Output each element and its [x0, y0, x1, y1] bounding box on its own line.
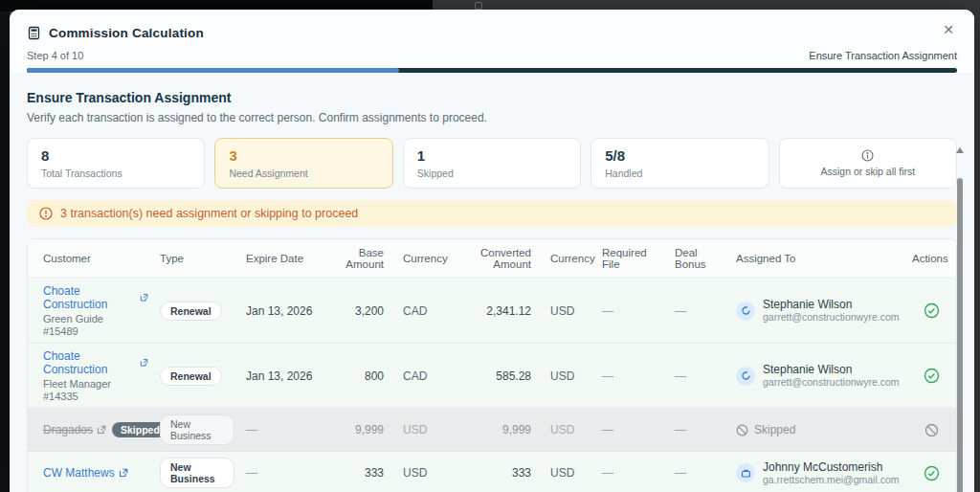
card-value: 8 [41, 147, 190, 165]
sync-icon [736, 367, 755, 386]
external-link-icon [97, 425, 106, 435]
converted-currency-cell: USD [545, 364, 596, 389]
check-circle-icon[interactable] [924, 465, 940, 481]
card-handled: 5/8 Handled [590, 138, 768, 189]
assigned-name: Stephanie Wilson [763, 298, 900, 311]
type-badge: Renewal [160, 302, 222, 321]
base-currency-cell: CAD [397, 299, 449, 324]
type-cell: Renewal [154, 296, 240, 326]
converted-currency-cell: USD [545, 460, 596, 485]
check-circle-icon[interactable] [924, 368, 940, 384]
transactions-table: Customer Type Expire Date Base Amount Cu… [27, 238, 957, 492]
expire-date-cell: Jan 13, 2026 [240, 364, 324, 389]
card-label: Skipped [417, 168, 567, 179]
col-type: Type [154, 245, 240, 272]
customer-link[interactable]: Dragados [43, 423, 106, 436]
base-amount-cell: 9,999 [324, 417, 397, 442]
card-total-transactions: 8 Total Transactions [27, 138, 205, 189]
converted-amount-cell: 333 [449, 460, 545, 485]
customer-id: #15489 [43, 325, 148, 337]
type-badge: Renewal [160, 367, 222, 386]
col-assigned-to: Assigned To [730, 245, 906, 272]
scroll-up-arrow-icon[interactable] [956, 147, 964, 153]
ban-icon[interactable] [924, 423, 939, 437]
customer-link[interactable]: Choate Construction [43, 284, 148, 311]
card-skipped: 1 Skipped [403, 138, 581, 189]
base-currency-cell: USD [397, 460, 449, 485]
customer-cell: Choate Construction Fleet Manager #14335 [28, 344, 154, 408]
assigned-to-cell: Skipped [730, 417, 906, 442]
base-currency-cell: CAD [397, 364, 449, 389]
table-row: Choate Construction Fleet Manager #14335… [28, 344, 956, 409]
col-actions: Actions [906, 245, 956, 272]
modal-title: Commission Calculation [49, 26, 204, 40]
actions-cell [906, 362, 956, 390]
warning-banner: 3 transaction(s) need assignment or skip… [27, 200, 957, 227]
base-currency-cell: USD [397, 417, 449, 442]
section-heading: Ensure Transaction Assignment [27, 90, 957, 105]
converted-amount-cell: 585.28 [449, 364, 545, 389]
calculator-icon [27, 26, 41, 40]
customer-cell: CW Matthews [28, 460, 154, 485]
required-file-cell: — [596, 364, 669, 389]
vertical-scrollbar[interactable] [955, 147, 963, 492]
modal-header: Commission Calculation ✕ Step 4 of 10 En… [10, 10, 974, 73]
customer-name: Choate Construction [43, 349, 136, 376]
actions-cell [906, 417, 956, 443]
col-required-file: Required File [596, 239, 669, 278]
table-header-row: Customer Type Expire Date Base Amount Cu… [28, 239, 956, 279]
base-amount-cell: 3,200 [324, 299, 397, 324]
deal-bonus-cell: — [669, 460, 730, 485]
modal-body: Ensure Transaction Assignment Verify eac… [10, 73, 974, 492]
card-label: Need Assignment [229, 168, 378, 179]
table-row: Choate Construction Green Guide #15489 R… [28, 279, 956, 344]
external-link-icon [140, 293, 148, 302]
converted-currency-cell: USD [545, 299, 596, 324]
assigned-to-cell: Johnny McCustomerish ga.rrettschem.mei@g… [730, 455, 906, 492]
card-label: Assign or skip all first [821, 166, 916, 177]
required-file-cell: — [596, 417, 669, 442]
external-link-icon [140, 358, 148, 368]
card-value: 3 [229, 147, 378, 165]
actions-cell [906, 297, 956, 324]
col-base-amount: Base Amount [324, 239, 397, 278]
backdrop-left-edge [0, 0, 10, 492]
card-label: Handled [605, 168, 754, 179]
assigned-email: ga.rrettschem.mei@gmail.com [763, 474, 900, 486]
type-badge: New Business [160, 414, 234, 445]
step-label: Step 4 of 10 [27, 50, 83, 61]
expire-date-cell: — [240, 417, 324, 442]
customer-name: Choate Construction [43, 284, 136, 311]
card-value: 1 [417, 147, 567, 165]
section-subheading: Verify each transaction is assigned to t… [27, 111, 957, 124]
commission-calculation-modal: Commission Calculation ✕ Step 4 of 10 En… [10, 10, 974, 492]
base-amount-cell: 800 [324, 364, 397, 389]
card-need-assignment: 3 Need Assignment [214, 138, 392, 189]
table-row-skipped: Dragados Skipped New Business — 9,999 US… [28, 409, 956, 452]
warning-icon [39, 207, 53, 220]
assigned-name: Stephanie Wilson [763, 363, 900, 376]
external-link-icon [119, 468, 128, 478]
step-row: Step 4 of 10 Ensure Transaction Assignme… [27, 50, 957, 61]
backdrop-glyph [475, 2, 482, 10]
card-value: 5/8 [605, 147, 754, 165]
required-file-cell: — [596, 299, 669, 324]
customer-id: #14335 [43, 391, 148, 402]
check-circle-icon[interactable] [924, 302, 940, 319]
col-expire-date: Expire Date [240, 245, 324, 272]
col-deal-bonus: Deal Bonus [669, 239, 730, 278]
assigned-to-cell: Stephanie Wilson garrett@constructionwyr… [730, 292, 906, 329]
modal-title-row: Commission Calculation ✕ [27, 21, 957, 44]
card-assign-or-skip: Assign or skip all first [779, 138, 957, 189]
customer-cell: Dragados Skipped [28, 416, 154, 443]
close-icon[interactable]: ✕ [940, 21, 957, 38]
customer-link[interactable]: CW Matthews [43, 466, 128, 480]
scrollbar-thumb[interactable] [957, 178, 963, 492]
type-cell: New Business [154, 452, 240, 492]
required-file-cell: — [596, 460, 669, 485]
customer-name: CW Matthews [43, 466, 115, 480]
customer-subtitle: Green Guide [43, 313, 148, 324]
customer-link[interactable]: Choate Construction [43, 349, 148, 376]
customer-name: Dragados [43, 423, 93, 436]
assigned-email: garrett@constructionwyre.com [763, 376, 900, 389]
